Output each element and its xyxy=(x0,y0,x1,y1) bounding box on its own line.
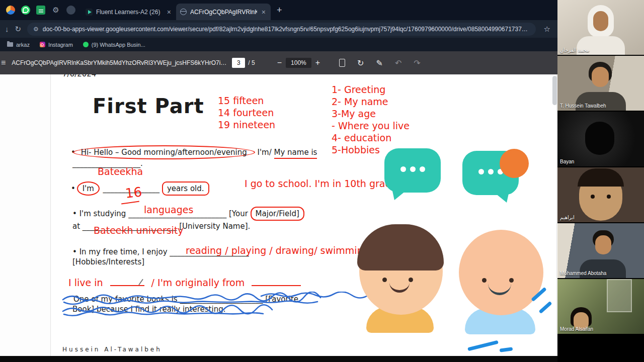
redo-icon[interactable]: ↷ xyxy=(414,58,420,68)
pdf-filename: ACFrOgCQbPAgIRVRlnKaSbrYMkih5MdYhzORvRl3… xyxy=(12,59,229,66)
pdf-viewport: 7/6/2024 First Part 15 fifteen 14 fourte… xyxy=(0,74,557,356)
tab-pdf-viewer[interactable]: ACFrOgCQbPAgIRVRlnKaSbrYM × xyxy=(176,4,271,20)
red-circle-annotation: I'm xyxy=(77,182,100,196)
red-circle-annotation: Hi- Hello – Good morning/afternoon/eveni… xyxy=(73,145,255,159)
red-box-annotation: years old. xyxy=(162,182,209,196)
my-name-is-text: My name is xyxy=(274,148,317,157)
participant-avatar xyxy=(585,122,614,155)
fit-page-icon[interactable] xyxy=(339,59,345,67)
topic-item: 3-My age xyxy=(332,108,410,120)
bubble-dots xyxy=(384,166,441,172)
greeting-line: • Hi- Hello – Good morning/afternoon/eve… xyxy=(71,148,317,157)
tab-title: Fluent Learners-A2 (26) xyxy=(96,9,163,16)
number-item: 15 fifteen xyxy=(218,95,275,107)
answer-major: languages xyxy=(144,204,193,215)
page-number-input[interactable] xyxy=(232,58,245,68)
annotate-pen-icon[interactable]: ✎ xyxy=(376,58,382,68)
originally-from-text: / I'm originally from xyxy=(151,277,245,288)
zoom-out-button[interactable]: − xyxy=(274,58,285,67)
bottom-bar xyxy=(0,356,557,362)
menu-icon[interactable]: ≡ xyxy=(1,58,6,67)
your-text: [Your xyxy=(229,209,248,218)
participant-tile[interactable]: Bayan xyxy=(557,112,644,166)
browser-logo-icon[interactable] xyxy=(6,6,15,15)
major-field-text: Major/Field] xyxy=(256,209,299,218)
undo-icon[interactable]: ↶ xyxy=(395,58,401,68)
participant-name: Morad Alsaifan xyxy=(560,326,593,332)
participant-tile[interactable]: Mohammed Abotaha xyxy=(557,223,644,278)
bookmark-arkaz[interactable]: arkaz xyxy=(7,42,30,48)
tab-fluent-learners[interactable]: Fluent Learners-A2 (26) × xyxy=(82,4,176,20)
university-name-text: [University Name]. xyxy=(179,222,250,231)
doc-footer: Hussein Al-Tawalbeh xyxy=(62,346,162,353)
zoom-in-button[interactable]: + xyxy=(312,58,323,67)
participant-name: T. Hussein Tawalbeh xyxy=(560,103,606,109)
gear-icon[interactable]: ⚙ xyxy=(51,6,60,15)
from-blank xyxy=(252,277,301,286)
scrollbar-thumb[interactable] xyxy=(552,76,557,105)
bookmark-whatsapp[interactable]: (9) WhatsApp Busin... xyxy=(83,42,145,48)
answer-hobbies: reading / playing / drawing/ swimming xyxy=(186,245,369,256)
hobbies-label: [Hobbies/Interests] xyxy=(72,257,144,266)
folder-icon xyxy=(7,42,13,47)
red-box-annotation: Major/Field] xyxy=(251,207,304,221)
site-settings-icon[interactable]: ⚙ xyxy=(33,26,39,33)
answer-name: Bateekha xyxy=(98,166,143,177)
address-bar: ↓ ↻ ⚙ doc-00-bo-apps-viewer.googleuserco… xyxy=(0,20,557,38)
studying-text: I'm studying xyxy=(79,209,126,218)
greeting-text: Hi- Hello – Good morning/afternoon/eveni… xyxy=(81,148,247,157)
pinned-apps: ⚙ xyxy=(0,6,82,15)
participant-name: ابراهيم xyxy=(560,215,575,220)
bookmarks-bar: arkaz Instagram (9) WhatsApp Busin... xyxy=(0,38,557,51)
bullet: • xyxy=(72,209,77,218)
bookmark-label: (9) WhatsApp Busin... xyxy=(92,42,145,48)
participant-tile[interactable]: ابراهيم xyxy=(557,167,644,222)
tab-close-icon[interactable]: × xyxy=(166,8,172,16)
speech-bubble-icon xyxy=(384,148,441,193)
app-icon[interactable] xyxy=(66,6,75,15)
new-tab-button[interactable]: + xyxy=(277,5,282,16)
bookmark-label: arkaz xyxy=(16,42,30,48)
number-item: 19 nineteen xyxy=(218,119,275,131)
doc-title: First Part xyxy=(93,95,204,118)
at-text: at xyxy=(72,222,80,231)
pdf-page: 7/6/2024 First Part 15 fifteen 14 fourte… xyxy=(50,74,557,356)
participant-name: Mohammed Abotaha xyxy=(560,270,606,276)
im-text: I'm xyxy=(83,184,94,193)
bookmark-instagram[interactable]: Instagram xyxy=(40,42,73,48)
participant-tile[interactable]: Morad Alsaifan xyxy=(557,279,644,334)
years-old-text: years old. xyxy=(167,184,204,193)
bullet: • xyxy=(72,247,77,256)
participant-name: محمد الفرحان xyxy=(560,47,590,53)
url-field[interactable]: ⚙ doc-00-bo-apps-viewer.googleuserconten… xyxy=(27,23,535,36)
im-text: I'm/ xyxy=(258,148,272,157)
blue-scribble-annotation xyxy=(61,292,383,320)
refresh-icon[interactable]: ↻ xyxy=(15,25,22,34)
bookmark-label: Instagram xyxy=(48,42,73,48)
i-live-in-text: I live in xyxy=(68,277,103,288)
rotate-icon[interactable]: ↻ xyxy=(357,58,364,68)
bookmark-star-icon[interactable]: ☆ xyxy=(544,25,550,34)
play-favicon-icon xyxy=(86,9,93,16)
number-item: 14 fourteen xyxy=(218,107,275,119)
red-underline-annotation xyxy=(121,201,139,205)
topic-item: 1- Greeting xyxy=(332,83,410,96)
window-background xyxy=(607,279,632,312)
download-icon[interactable]: ↓ xyxy=(5,25,9,33)
whatsapp-icon[interactable] xyxy=(21,6,30,15)
topic-item: 4- education xyxy=(332,132,410,144)
whatsapp-icon xyxy=(83,42,89,47)
tab-close-icon[interactable]: × xyxy=(261,8,267,16)
blue-dash-annotation xyxy=(467,340,499,351)
participant-tile[interactable]: محمد الفرحان xyxy=(557,0,644,55)
blue-dash-annotation xyxy=(500,347,513,352)
participant-tile[interactable]: T. Hussein Tawalbeh xyxy=(557,56,644,111)
zoom-level: 100% xyxy=(286,58,311,68)
sheets-icon[interactable] xyxy=(36,6,45,15)
instagram-icon xyxy=(40,42,45,47)
tab-title: ACFrOgCQbPAgIRVRlnKaSbrYM xyxy=(190,9,257,16)
red-underline-annotation: My name is xyxy=(274,148,317,159)
character-right-illustration xyxy=(456,228,546,336)
participant-name: Bayan xyxy=(560,159,574,164)
free-time-text: In my free time, I enjoy xyxy=(79,247,168,256)
